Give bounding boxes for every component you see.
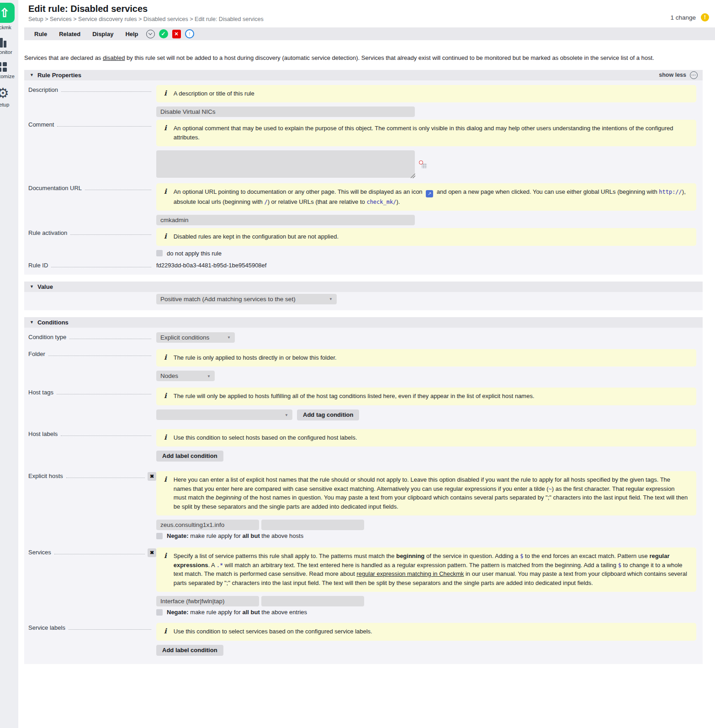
sidebar-logo-label: ckmk xyxy=(0,25,18,30)
collapse-menu-icon[interactable] xyxy=(146,30,155,38)
checkmk-logo-icon: ⇧ xyxy=(0,3,15,23)
sidebar-item-label: etup xyxy=(0,102,18,107)
sidebar-item-label: tomize xyxy=(0,74,18,79)
back-to-list-icon[interactable]: ↑ xyxy=(185,29,194,38)
info-icon: i xyxy=(164,475,167,511)
negate-hosts-checkbox[interactable] xyxy=(156,533,163,539)
dotted-leader xyxy=(85,190,151,190)
add-host-label-condition-button[interactable]: Add label condition xyxy=(156,451,223,462)
remove-services-icon[interactable]: ✖ xyxy=(148,548,156,557)
menu-rule[interactable]: Rule xyxy=(28,31,53,37)
field-label: Condition type xyxy=(28,334,66,340)
regex-doc-link: regular expression matching in Checkmk xyxy=(356,570,464,577)
chevron-down-icon: ▼ xyxy=(329,297,333,301)
help-box: i Specify a list of service patterns thi… xyxy=(156,547,696,592)
sidebar-item-setup[interactable]: ⚙ etup xyxy=(0,86,18,107)
remove-explicit-hosts-icon[interactable]: ✖ xyxy=(148,472,156,481)
breadcrumb: Setup > Services > Service discovery rul… xyxy=(18,14,715,22)
ruleset-help-text: Services that are declared as disabled b… xyxy=(24,53,701,63)
row-description: Description i A description or title of … xyxy=(24,82,703,117)
dotted-leader xyxy=(69,629,151,630)
sidebar-item-customize[interactable]: tomize xyxy=(0,62,18,79)
condition-type-select[interactable]: Explicit conditions ▼ xyxy=(156,332,235,343)
add-tag-condition-button[interactable]: Add tag condition xyxy=(297,409,359,420)
menu-help[interactable]: Help xyxy=(119,31,144,37)
info-icon: i xyxy=(164,433,167,442)
main-sidebar: ⇧ ckmk onitor tomize ⚙ etup xyxy=(0,0,18,728)
dotted-leader xyxy=(66,478,145,478)
sidebar-item-label: onitor xyxy=(0,49,18,55)
dotted-leader xyxy=(69,339,151,339)
explicit-host-input-1[interactable]: zeus.consulting1x1.info xyxy=(156,520,259,530)
sidebar-logo[interactable]: ⇧ ckmk xyxy=(0,3,18,30)
help-box: i A description or title of this rule xyxy=(156,85,696,103)
explicit-host-input-2[interactable] xyxy=(261,520,364,530)
monitor-icon xyxy=(0,37,18,48)
section-body: Condition type Explicit conditions ▼ Fol… xyxy=(24,328,703,664)
pending-changes-label: 1 change xyxy=(670,14,696,21)
dotted-leader xyxy=(57,126,151,127)
service-pattern-input-1[interactable]: Interface (fwbr|fwln|tap) xyxy=(156,596,259,606)
section-header-rule-properties[interactable]: ▼ Rule Properties show less ... xyxy=(24,70,703,80)
section-header-conditions[interactable]: ▼ Conditions xyxy=(24,317,703,328)
show-less-toggle[interactable]: show less ... xyxy=(659,71,698,79)
info-icon: i xyxy=(164,392,167,401)
field-label: Explicit hosts xyxy=(28,473,63,479)
info-icon: i xyxy=(164,353,167,362)
row-rule-activation: Rule activation i Disabled rules are kep… xyxy=(24,225,703,258)
row-folder: Folder i The rule is only applied to hos… xyxy=(24,346,703,382)
section-conditions: ▼ Conditions Condition type Explicit con… xyxy=(24,317,703,664)
row-rule-id: Rule ID fd2293dd-b0a3-4481-b95d-1be95459… xyxy=(24,258,703,269)
help-box: i An optional URL pointing to documentat… xyxy=(156,183,696,211)
match-type-select[interactable]: Positive match (Add matching services to… xyxy=(156,294,337,304)
description-input[interactable]: Disable Virtual NICs xyxy=(156,106,415,117)
folder-select[interactable]: Nodes ▼ xyxy=(156,371,215,381)
insert-datetime-icon[interactable] xyxy=(419,160,427,168)
field-label: Folder xyxy=(28,351,45,357)
pending-changes[interactable]: 1 change ! xyxy=(670,13,709,21)
save-button-icon[interactable]: ✓ xyxy=(159,29,168,38)
section-header-value[interactable]: ▼ Value xyxy=(24,282,703,292)
service-pattern-input-2[interactable] xyxy=(261,596,364,606)
row-condition-type: Condition type Explicit conditions ▼ xyxy=(24,329,703,343)
setup-icon: ⚙ xyxy=(0,86,18,100)
external-link-icon: ↗ xyxy=(426,190,433,197)
help-box: i The rule will only be applied to hosts… xyxy=(156,388,696,405)
host-tag-select[interactable]: ▼ xyxy=(156,409,292,420)
row-host-labels: Host labels i Use this condition to sele… xyxy=(24,426,703,464)
row-services: Services ✖ i Specify a list of service p… xyxy=(24,545,703,616)
documentation-url-input[interactable]: cmkadmin xyxy=(156,215,415,225)
negate-services-checkbox[interactable] xyxy=(156,609,163,616)
negate-hosts-label: Negate: make rule apply for all but the … xyxy=(167,532,303,539)
info-icon: i xyxy=(164,89,167,98)
chevron-down-icon: ▼ xyxy=(207,374,211,378)
dotted-leader xyxy=(57,394,151,394)
chevron-down-icon: ▼ xyxy=(285,413,288,417)
dotted-leader xyxy=(61,91,151,92)
add-service-label-condition-button[interactable]: Add label condition xyxy=(156,645,223,656)
row-host-tags: Host tags i The rule will only be applie… xyxy=(24,385,703,423)
info-icon: i xyxy=(164,232,167,241)
field-label: Comment xyxy=(28,121,54,128)
abort-button-icon[interactable]: ✕ xyxy=(172,30,181,38)
customize-icon xyxy=(0,62,18,72)
menubar-icons: ✓ ✕ ↑ xyxy=(146,29,194,38)
info-icon: i xyxy=(164,552,167,587)
section-title: Rule Properties xyxy=(37,72,81,79)
show-less-label: show less xyxy=(659,72,686,78)
app-window: ⇧ ckmk onitor tomize ⚙ etup Edit rule: D… xyxy=(0,0,715,728)
dotted-leader xyxy=(54,554,145,554)
info-icon: i xyxy=(164,627,167,636)
comment-textarea[interactable] xyxy=(156,150,415,178)
menu-related[interactable]: Related xyxy=(53,31,86,37)
do-not-apply-checkbox[interactable] xyxy=(156,250,163,256)
help-box: i An optional comment that may be used t… xyxy=(156,120,696,146)
help-box: i Use this condition to select hosts bas… xyxy=(156,429,696,447)
chevron-down-icon: ▼ xyxy=(227,335,231,340)
field-label: Rule activation xyxy=(28,229,67,236)
negate-services-label: Negate: make rule apply for all but the … xyxy=(167,609,307,616)
dotted-leader xyxy=(48,356,151,356)
menu-display[interactable]: Display xyxy=(86,31,119,37)
sidebar-item-monitor[interactable]: onitor xyxy=(0,37,18,55)
dotted-leader xyxy=(70,234,151,235)
